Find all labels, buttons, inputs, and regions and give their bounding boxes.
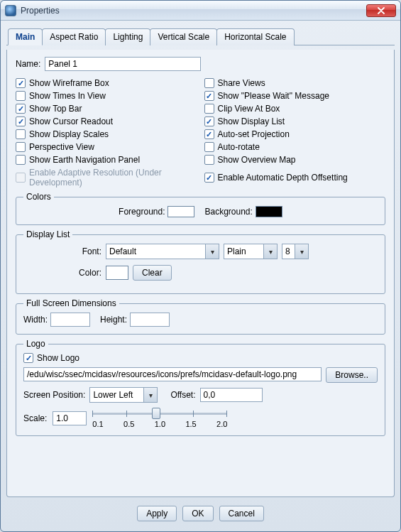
- font-combo[interactable]: [106, 244, 219, 259]
- check-auto-set-projection[interactable]: Auto-set Projection: [204, 129, 386, 139]
- check-share-views[interactable]: Share Views: [204, 78, 386, 88]
- foreground-swatch[interactable]: [167, 206, 194, 217]
- offset-input[interactable]: [200, 388, 263, 402]
- show-logo-label: Show Logo: [37, 353, 79, 363]
- chevron-down-icon[interactable]: [263, 244, 278, 259]
- background-swatch[interactable]: [256, 206, 282, 217]
- checkbox[interactable]: [16, 129, 26, 139]
- font-style-combo[interactable]: [224, 244, 278, 259]
- tab-horizontal-scale[interactable]: Horizontal Scale: [216, 28, 294, 45]
- scale-slider[interactable]: 0.10.51.01.52.0: [92, 408, 227, 428]
- checkbox[interactable]: [204, 142, 214, 152]
- check-show-cursor-readout[interactable]: Show Cursor Readout: [16, 116, 197, 126]
- tabbar: MainAspect RatioLightingVertical ScaleHo…: [6, 28, 395, 45]
- display-list-legend: Display List: [23, 229, 72, 239]
- checkbox[interactable]: [204, 78, 214, 88]
- checkbox[interactable]: [204, 91, 214, 101]
- chevron-down-icon[interactable]: [205, 244, 219, 259]
- font-style-value[interactable]: [224, 244, 263, 259]
- chevron-down-icon[interactable]: [143, 387, 158, 403]
- check-perspective-view[interactable]: Perspective View: [16, 142, 197, 152]
- checkbox[interactable]: [16, 104, 26, 114]
- check-auto-rotate[interactable]: Auto-rotate: [204, 142, 386, 152]
- logo-group: Logo Show Logo Browse.. Screen Position:: [16, 339, 385, 436]
- check-show-wireframe-box[interactable]: Show Wireframe Box: [16, 78, 197, 88]
- checkbox-label: Show Wireframe Box: [29, 78, 109, 88]
- check-show-please-wait-message[interactable]: Show "Please Wait" Message: [204, 91, 386, 101]
- checkbox[interactable]: [16, 91, 26, 101]
- ok-button[interactable]: OK: [182, 506, 213, 521]
- checkbox-label: Perspective View: [29, 142, 94, 152]
- scale-input[interactable]: [53, 411, 87, 425]
- checkbox[interactable]: [16, 142, 26, 152]
- width-input[interactable]: [50, 313, 90, 327]
- show-logo-check[interactable]: Show Logo: [23, 353, 378, 363]
- tab-vertical-scale[interactable]: Vertical Scale: [150, 28, 217, 45]
- cancel-button[interactable]: Cancel: [219, 506, 264, 521]
- checkbox-label: Show Top Bar: [29, 104, 82, 114]
- checkbox-label: Show "Please Wait" Message: [218, 91, 329, 101]
- browse-button[interactable]: Browse..: [326, 367, 378, 383]
- checkbox-label: Auto-set Projection: [218, 129, 290, 139]
- color-label: Color:: [23, 268, 101, 278]
- name-label: Name:: [16, 59, 40, 69]
- checkbox[interactable]: [204, 104, 214, 114]
- screen-position-combo[interactable]: [89, 387, 158, 403]
- checkbox[interactable]: [16, 116, 26, 126]
- check-show-top-bar[interactable]: Show Top Bar: [16, 104, 197, 114]
- height-input[interactable]: [130, 313, 170, 327]
- check-show-display-scales[interactable]: Show Display Scales: [16, 129, 197, 139]
- checkbox-label: Show Times In View: [29, 91, 106, 101]
- fsd-legend: Full Screen Dimensions: [23, 298, 119, 308]
- font-label: Font:: [23, 246, 101, 256]
- checkbox: [16, 173, 26, 183]
- content: MainAspect RatioLightingVertical ScaleHo…: [1, 21, 400, 531]
- display-list-color-swatch[interactable]: [106, 266, 128, 280]
- checkbox[interactable]: [204, 116, 214, 126]
- checkbox-label: Show Overview Map: [218, 155, 296, 165]
- tab-main[interactable]: Main: [8, 28, 43, 45]
- check-show-earth-navigation-panel[interactable]: Show Earth Navigation Panel: [16, 155, 197, 165]
- scale-label: Scale:: [23, 413, 47, 423]
- font-size-combo[interactable]: [282, 244, 309, 259]
- name-row: Name:: [16, 57, 385, 71]
- window-title: Properties: [21, 6, 366, 16]
- width-label: Width:: [23, 315, 48, 325]
- apply-button[interactable]: Apply: [137, 506, 177, 521]
- check-clip-view-at-box[interactable]: Clip View At Box: [204, 104, 386, 114]
- tab-aspect-ratio[interactable]: Aspect Ratio: [42, 28, 106, 45]
- logo-legend: Logo: [23, 339, 48, 349]
- offset-label: Offset:: [170, 390, 195, 400]
- slider-tick-label: 0.5: [123, 420, 134, 428]
- font-value[interactable]: [106, 244, 205, 259]
- checkbox[interactable]: [204, 129, 214, 139]
- check-show-display-list[interactable]: Show Display List: [204, 116, 386, 126]
- tab-lighting[interactable]: Lighting: [105, 28, 150, 45]
- screen-position-value[interactable]: [89, 387, 143, 403]
- clear-button[interactable]: Clear: [133, 265, 172, 281]
- check-show-times-in-view[interactable]: Show Times In View: [16, 91, 197, 101]
- close-button[interactable]: [366, 4, 396, 17]
- colors-group: Colors Foreground: Background:: [16, 192, 385, 225]
- font-size-value[interactable]: [282, 244, 295, 259]
- checkbox[interactable]: [16, 78, 26, 88]
- logo-path-input[interactable]: [23, 367, 322, 381]
- checkbox[interactable]: [204, 173, 214, 183]
- checkbox-label: Share Views: [218, 78, 265, 88]
- checkbox[interactable]: [204, 155, 214, 165]
- checkbox-label: Show Display List: [218, 116, 285, 126]
- show-logo-checkbox[interactable]: [23, 353, 33, 363]
- checkbox[interactable]: [16, 155, 26, 165]
- check-show-overview-map[interactable]: Show Overview Map: [204, 155, 386, 165]
- name-input[interactable]: [45, 57, 201, 71]
- properties-window: Properties MainAspect RatioLightingVerti…: [0, 0, 401, 532]
- checkbox-label: Show Cursor Readout: [29, 116, 113, 126]
- chevron-down-icon[interactable]: [295, 244, 309, 259]
- fullscreen-dimensions-group: Full Screen Dimensions Width: Height:: [16, 298, 385, 335]
- background-label: Background:: [204, 207, 252, 217]
- slider-tick-label: 2.0: [216, 420, 227, 428]
- checkbox-label: Enable Automatic Depth Offsetting: [218, 173, 348, 183]
- check-enable-automatic-depth-offsetting[interactable]: Enable Automatic Depth Offsetting: [204, 168, 386, 188]
- slider-tick-label: 1.0: [155, 420, 165, 428]
- slider-thumb[interactable]: [152, 408, 160, 419]
